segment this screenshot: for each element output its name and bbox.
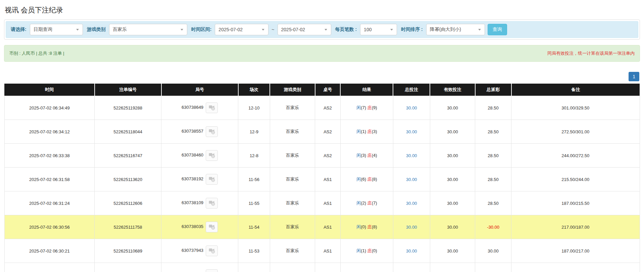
cell-table-no: AS2	[315, 120, 341, 144]
col-result: 结果	[340, 84, 393, 96]
chevron-down-icon	[181, 29, 183, 31]
date-type-label: 请选择:	[9, 27, 27, 33]
cell-payout: 28.50	[475, 191, 511, 215]
summary-bar: 币别 : 人民币 | 总共 :8 注单 | 同局有效投注，统一计算在该局第一张注…	[4, 45, 640, 62]
cell-payout: 30.00	[475, 239, 511, 263]
video-replay-button[interactable]	[206, 102, 218, 113]
date-to-select[interactable]: 2025-07-02	[278, 24, 331, 35]
round-id: 630738035	[182, 224, 203, 229]
video-replay-button[interactable]	[206, 269, 218, 272]
cell-session: 11-54	[238, 215, 270, 239]
col-game-type: 游戏类别	[270, 84, 315, 96]
round-id: 630738649	[182, 105, 203, 110]
banker-result-label: 庄	[367, 177, 372, 182]
game-type-select[interactable]: 百家乐	[109, 24, 187, 35]
cell-payout: 28.50	[475, 168, 511, 191]
player-result-label: 闲	[356, 200, 361, 206]
page-size-value: 100	[360, 27, 389, 32]
cell-result: 闲(3) 庄(4)	[340, 144, 393, 168]
cell-result: 闲(7) 庄(1)	[340, 263, 393, 272]
col-session: 场次	[238, 84, 270, 96]
total-bet-link[interactable]: 30.00	[406, 177, 417, 182]
player-result-score: (6)	[361, 177, 366, 182]
banker-result-score: (8)	[372, 177, 377, 182]
page-size-select[interactable]: 100	[360, 24, 397, 35]
cell-time: 2025-07-02 06:31:24	[4, 191, 95, 215]
cell-time: 2025-07-02 06:33:38	[4, 144, 95, 168]
cell-valid-bet: 30.00	[430, 144, 475, 168]
video-replay-button[interactable]	[206, 126, 218, 137]
cell-session: 11-55	[238, 191, 270, 215]
cell-time: 2025-07-02 06:30:21	[4, 239, 95, 263]
player-result-score: (7)	[361, 105, 366, 110]
cell-total-bet: 30.00	[393, 96, 430, 120]
date-from-value: 2025-07-02	[215, 27, 260, 32]
player-result-label: 闲	[356, 129, 361, 134]
player-result-label: 闲	[356, 153, 361, 158]
cell-round-id: 630738460	[161, 144, 238, 168]
player-result-score: (1)	[361, 129, 366, 134]
round-id: 630738192	[182, 176, 203, 181]
cell-result: 闲(6) 庄(8)	[340, 168, 393, 191]
player-result-score: (2)	[361, 200, 366, 206]
cell-time: 2025-07-02 06:34:49	[4, 96, 95, 120]
cell-time: 2025-07-02 06:30:56	[4, 215, 95, 239]
total-bet-link[interactable]: 30.00	[406, 105, 417, 110]
cell-round-id: 630738035	[161, 215, 238, 239]
cell-bet-id: 522625119288	[95, 96, 161, 120]
date-to-value: 2025-07-02	[278, 27, 323, 32]
total-bet-link[interactable]: 30.00	[406, 225, 417, 230]
banker-result-score: (3)	[372, 129, 377, 134]
cell-game-type: 百家乐	[270, 96, 315, 120]
video-replay-button[interactable]	[206, 198, 218, 209]
search-button[interactable]: 查询	[488, 24, 507, 35]
cell-game-type: 百家乐	[270, 239, 315, 263]
video-replay-button[interactable]	[206, 174, 218, 185]
table-row: 2025-07-02 06:31:24522625112606630738109…	[4, 191, 640, 215]
cell-result: 闲(1) 庄(0)	[340, 239, 393, 263]
player-result-label: 闲	[356, 105, 361, 110]
banker-result-score: (7)	[372, 200, 377, 206]
cell-total-bet: 30.00	[393, 144, 430, 168]
cell-game-type: 百家乐	[270, 191, 315, 215]
sort-order-label: 时间排序 :	[400, 27, 424, 33]
date-type-select[interactable]: 日期查询	[30, 24, 83, 35]
total-bet-link[interactable]: 30.00	[406, 201, 417, 206]
cell-bet-id: 522625110689	[95, 239, 161, 263]
cell-result: 闲(2) 庄(7)	[340, 191, 393, 215]
player-result-label: 闲	[356, 224, 361, 229]
banker-result-label: 庄	[367, 153, 372, 158]
col-bet-id: 注单编号	[95, 84, 161, 96]
video-replay-button[interactable]	[206, 150, 218, 161]
col-payout: 总派彩	[475, 84, 511, 96]
total-bet-link[interactable]: 30.00	[406, 248, 417, 254]
cell-table-no: AS1	[315, 263, 341, 272]
cell-round-id: 630738192	[161, 168, 238, 191]
cell-result: 闲(7) 庄(9)	[340, 96, 393, 120]
cell-payout: -30.00	[475, 263, 511, 272]
cell-table-no: AS1	[315, 239, 341, 263]
cell-table-no: AS1	[315, 191, 341, 215]
table-body: 2025-07-02 06:34:49522625119288630738649…	[4, 96, 640, 272]
video-replay-button[interactable]	[206, 222, 218, 232]
cell-total-bet: 30.00	[393, 191, 430, 215]
cell-valid-bet: 30.00	[430, 239, 475, 263]
pagination-page-1[interactable]: 1	[629, 72, 639, 81]
video-replay-button[interactable]	[206, 245, 218, 256]
sort-order-select[interactable]: 降幂(由大到小)	[426, 24, 485, 35]
cell-remark: 272.50/301.00	[511, 120, 640, 144]
total-bet-link[interactable]: 30.00	[406, 153, 417, 158]
cell-valid-bet: 30.00	[430, 263, 475, 272]
cell-total-bet: 30.00	[393, 120, 430, 144]
cell-round-id: 630737943	[161, 239, 238, 263]
cell-result: 闲(0) 庄(8)	[340, 215, 393, 239]
total-bet-link[interactable]: 30.00	[406, 129, 417, 134]
date-from-select[interactable]: 2025-07-02	[215, 24, 268, 35]
table-header: 时间 注单编号 局号 场次 游戏类别 桌号 结果 总投注 有效投注 总派彩 备注	[4, 84, 640, 96]
chevron-down-icon	[76, 29, 79, 31]
round-id: 630738460	[182, 152, 203, 157]
banker-result-score: (9)	[372, 105, 377, 110]
cell-payout: 28.50	[475, 144, 511, 168]
cell-valid-bet: 30.00	[430, 120, 475, 144]
banker-result-label: 庄	[367, 105, 372, 110]
